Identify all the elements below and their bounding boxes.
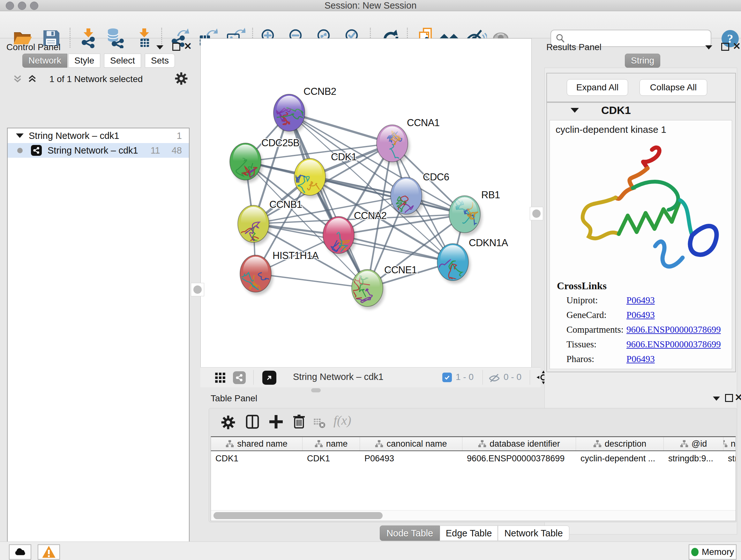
cloud-status-button[interactable] [9, 544, 31, 560]
crosslink-label: Pharos: [566, 354, 626, 364]
protein-collapse-icon[interactable] [570, 108, 579, 113]
memory-status-dot [691, 548, 698, 556]
left-splitter-handle[interactable] [191, 283, 204, 296]
table-options-gear-icon[interactable] [221, 415, 235, 429]
grid-view-icon[interactable] [214, 372, 226, 383]
tab-select[interactable]: Select [104, 54, 141, 68]
collection-label: String Network – cdk1 [29, 131, 177, 141]
column-header-label: namespace [731, 439, 736, 449]
warning-icon [42, 545, 56, 559]
window-titlebar: Session: New Session [0, 0, 741, 11]
expand-all-button[interactable]: Expand All [567, 79, 628, 96]
network-options-gear-icon[interactable] [175, 72, 188, 85]
close-panel-icon[interactable]: ✕ [184, 43, 192, 50]
column-type-icon [478, 440, 486, 448]
crosslink-link[interactable]: 9606.ENSP00000378699 [626, 324, 721, 335]
collection-count: 1 [177, 131, 182, 141]
table-hscrollbar-thumb[interactable] [213, 512, 383, 519]
node-label-CCNB1: CCNB1 [269, 199, 302, 210]
table-cell[interactable]: stringdb [724, 454, 736, 463]
network-node-HIST1H1A[interactable] [237, 255, 293, 297]
status-separator [482, 370, 483, 385]
table-cell[interactable]: stringdb:9... [664, 454, 724, 463]
panel-menu-icon[interactable] [713, 396, 720, 401]
network-selection-status: 1 of 1 Network selected [3, 74, 190, 84]
column-header-description[interactable]: description [576, 437, 664, 450]
tab-style[interactable]: Style [68, 54, 100, 68]
tab-string[interactable]: String [625, 54, 660, 68]
collapse-all-button[interactable]: Collapse All [639, 79, 707, 96]
collection-expand-icon[interactable] [16, 133, 23, 138]
float-panel-icon[interactable] [725, 394, 733, 402]
crosslink-link[interactable]: P06493 [626, 354, 655, 364]
warnings-button[interactable] [38, 544, 60, 560]
node-label-CDKN1A: CDKN1A [469, 237, 509, 248]
panel-menu-icon[interactable] [156, 45, 163, 50]
network-collection-row[interactable]: String Network – cdk1 1 [8, 128, 189, 143]
network-status-title: String Network – cdk1 [293, 372, 384, 382]
check-icon [444, 374, 450, 381]
node-table: shared namenamecanonical namedatabase id… [211, 436, 736, 521]
network-node-CCNB2[interactable] [273, 94, 307, 134]
node-label-CDC6: CDC6 [423, 172, 449, 183]
table-cell[interactable]: CDK1 [302, 454, 360, 463]
table-hscrollbar[interactable] [211, 510, 736, 521]
open-in-window-button[interactable] [262, 371, 276, 385]
node-label-CCNE1: CCNE1 [384, 264, 417, 275]
float-panel-icon[interactable] [172, 43, 180, 51]
column-header--id[interactable]: @id [664, 437, 724, 450]
add-column-icon[interactable] [268, 414, 284, 429]
column-header-name[interactable]: name [302, 437, 360, 450]
panel-menu-icon[interactable] [705, 45, 712, 50]
float-panel-icon[interactable] [721, 43, 729, 51]
node-table-row[interactable]: CDK1CDK1P064939606.ENSP00000378699cyclin… [211, 451, 736, 466]
selected-checkbox[interactable] [442, 373, 452, 382]
delete-table-icon-disabled [313, 417, 326, 429]
close-panel-icon[interactable]: ✕ [735, 394, 741, 401]
network-node-CCNE1[interactable] [351, 269, 385, 309]
column-header-shared-name[interactable]: shared name [211, 437, 302, 450]
show-columns-icon[interactable] [245, 414, 260, 429]
crosslink-link[interactable]: P06493 [626, 310, 655, 320]
memory-button[interactable]: Memory [689, 544, 737, 560]
table-cell[interactable]: 9606.ENSP00000378699 [462, 454, 576, 463]
network-node-CCNA1[interactable] [377, 125, 410, 165]
network-canvas[interactable]: CCNB2CCNA1CDC25BCDK1CDC6RB1CCNB1CCNA2CDK… [200, 38, 532, 368]
protein-description: cyclin-dependent kinase 1 [556, 124, 666, 135]
column-type-icon [593, 440, 602, 448]
crosslink-link[interactable]: 9606.ENSP00000378699 [626, 339, 721, 350]
right-splitter-handle[interactable] [530, 207, 543, 220]
status-separator [253, 370, 254, 385]
node-label-CDK1: CDK1 [331, 151, 357, 163]
tab-edge-table[interactable]: Edge Table [440, 525, 498, 541]
protein-section: CDK1 cyclin-dependent kinase 1 CrossLink… [546, 102, 736, 372]
string-view-toggle[interactable] [233, 371, 246, 384]
network-collection-list: String Network – cdk1 1 String Network –… [7, 128, 190, 560]
column-header-namespace[interactable]: namespace [724, 437, 736, 450]
string-network-badge [31, 145, 42, 156]
node-label-HIST1H1A: HIST1H1A [273, 250, 319, 261]
node-label-CCNA2: CCNA2 [354, 210, 387, 221]
network-row[interactable]: String Network – cdk1 11 48 [8, 143, 189, 158]
close-panel-icon[interactable]: ✕ [733, 43, 741, 50]
tab-network-table[interactable]: Network Table [498, 525, 569, 541]
node-table-header: shared namenamecanonical namedatabase id… [211, 436, 736, 451]
column-type-icon [226, 440, 234, 448]
crosslink-link[interactable]: P06493 [626, 295, 655, 306]
network-node-RB1[interactable] [449, 196, 484, 236]
tab-network[interactable]: Network [22, 54, 67, 68]
external-link-icon [265, 373, 274, 382]
column-header-canonical-name[interactable]: canonical name [360, 437, 462, 450]
hidden-eye-icon[interactable] [488, 372, 500, 384]
tab-sets[interactable]: Sets [145, 54, 175, 68]
node-label-CCNB2: CCNB2 [304, 86, 336, 97]
crosslink-row: GeneCard:P06493 [566, 307, 726, 322]
share-icon [235, 374, 244, 382]
table-cell[interactable]: cyclin-dependent ... [576, 454, 664, 463]
tab-node-table[interactable]: Node Table [380, 525, 440, 541]
delete-column-icon[interactable] [291, 414, 307, 429]
network-node-CDC25B[interactable] [230, 143, 265, 184]
table-cell[interactable]: P06493 [360, 454, 462, 463]
table-cell[interactable]: CDK1 [211, 454, 302, 463]
column-header-database-identifier[interactable]: database identifier [462, 437, 576, 450]
